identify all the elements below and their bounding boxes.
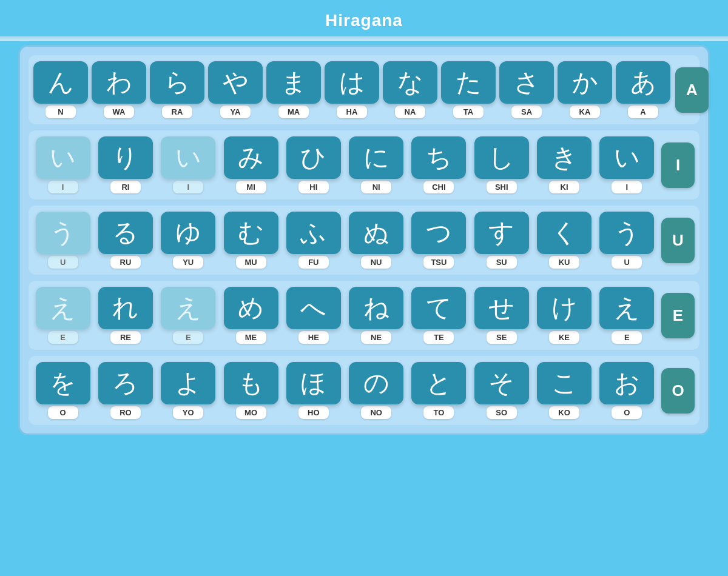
romaji-label: YO [173,406,203,419]
hiragana-cell[interactable]: すSU [472,212,531,269]
kana-box: む [224,212,278,254]
kana-box: す [474,212,529,254]
hiragana-cell[interactable]: せSE [472,287,531,344]
kana-box: ゆ [161,212,215,254]
kana-box: も [224,362,278,404]
hiragana-cell[interactable]: てTE [410,287,468,344]
hiragana-cell[interactable]: ぬNU [346,212,405,269]
kana-box: く [537,212,592,254]
hiragana-cell[interactable]: いI [33,136,92,193]
hiragana-cell[interactable]: きKI [534,136,593,193]
hiragana-cell[interactable]: とTO [410,362,468,419]
hiragana-cell[interactable]: よYO [159,362,218,419]
hiragana-cell[interactable]: えE [159,287,218,344]
hiragana-cell[interactable]: さSA [499,61,554,118]
kana-box: ぬ [349,212,403,254]
hiragana-cell[interactable]: ねNE [346,287,405,344]
kana-box: か [558,61,612,104]
hiragana-cell[interactable]: はHA [325,61,379,118]
kana-box: ち [411,136,466,179]
hiragana-cell[interactable]: そSO [472,362,531,419]
hiragana-cell[interactable]: たTA [441,61,496,118]
hiragana-cell[interactable]: んN [33,61,88,118]
romaji-label: E [48,331,78,344]
hiragana-cell[interactable]: こKO [534,362,593,419]
kana-box: れ [98,287,153,329]
hiragana-cell[interactable]: にNI [346,136,405,193]
hiragana-cell[interactable]: あA [616,61,670,118]
romaji-label: E [612,331,642,344]
hiragana-cell[interactable]: をO [33,362,92,419]
hiragana-cell[interactable]: うU [33,212,92,269]
kana-box: い [599,136,654,179]
hiragana-cell[interactable]: へHE [284,287,343,344]
hiragana-cell[interactable]: ふFU [284,212,343,269]
kana-box: め [224,287,278,329]
romaji-label: TE [423,331,454,344]
hiragana-cell[interactable]: らRA [150,61,204,118]
hiragana-cell[interactable]: のNO [346,362,405,419]
kana-box: な [383,61,437,104]
romaji-label: WA [104,105,134,118]
romaji-label: CHI [423,181,454,193]
hiragana-cell[interactable]: ゆYU [159,212,218,269]
hiragana-cell[interactable]: やYA [208,61,263,118]
row-label-i: I [661,142,695,188]
romaji-label: TSU [423,256,454,269]
kana-box: お [599,362,654,404]
header: Hiragana [0,0,728,36]
hiragana-cell[interactable]: えE [598,287,656,344]
romaji-label: N [46,105,76,118]
kana-box: と [411,362,466,404]
hiragana-cell[interactable]: れRE [96,287,155,344]
hiragana-cell[interactable]: けKE [534,287,593,344]
hiragana-cell[interactable]: ひHI [284,136,343,193]
kana-box: て [411,287,466,329]
romaji-label: RE [110,331,141,344]
hiragana-cell[interactable]: わWA [92,61,146,118]
hiragana-cell[interactable]: ちCHI [410,136,468,193]
kana-box: み [224,136,278,179]
cells-container-i: いIりRIいIみMIひHIにNIちCHIしSHIきKIいI [33,136,656,193]
hiragana-cell[interactable]: くKU [534,212,593,269]
hiragana-cell[interactable]: みMI [221,136,280,193]
romaji-label: I [48,181,78,193]
kana-box: ほ [286,362,341,404]
romaji-label: KO [549,406,579,419]
hiragana-cell[interactable]: いI [159,136,218,193]
kana-box: よ [161,362,215,404]
hiragana-cell[interactable]: なNA [383,61,437,118]
kana-box: た [441,61,496,104]
row-group-e: えEれREえEめMEへHEねNEてTEせSEけKEえEE [29,281,699,350]
hiragana-cell[interactable]: かKA [558,61,612,118]
kana-box: い [161,136,215,179]
romaji-label: YA [220,105,251,118]
row-group-i: いIりRIいIみMIひHIにNIちCHIしSHIきKIいII [29,130,699,199]
hiragana-cell[interactable]: ろRO [96,362,155,419]
romaji-label: RO [110,406,141,419]
hiragana-cell[interactable]: おO [598,362,656,419]
hiragana-cell[interactable]: めME [221,287,280,344]
kana-box: そ [474,362,529,404]
hiragana-cell[interactable]: えE [33,287,92,344]
hiragana-cell[interactable]: むMU [221,212,280,269]
romaji-label: RU [110,256,141,269]
romaji-label: RI [110,181,141,193]
hiragana-cell[interactable]: しSHI [472,136,531,193]
hiragana-cell[interactable]: ほHO [284,362,343,419]
kana-box: し [474,136,529,179]
kana-box: ら [150,61,204,104]
hiragana-cell[interactable]: まMA [266,61,321,118]
row-label-u: U [661,218,695,263]
romaji-label: U [48,256,78,269]
romaji-label: HE [298,331,329,344]
hiragana-cell[interactable]: うU [598,212,656,269]
hiragana-cell[interactable]: つTSU [410,212,468,269]
romaji-label: NE [361,331,391,344]
hiragana-cell[interactable]: もMO [221,362,280,419]
row-group-o: をOろROよYOもMOほHOのNOとTOそSOこKOおOO [29,356,699,425]
hiragana-cell[interactable]: るRU [96,212,155,269]
hiragana-cell[interactable]: りRI [96,136,155,193]
hiragana-cell[interactable]: いI [598,136,656,193]
romaji-label: E [173,331,203,344]
